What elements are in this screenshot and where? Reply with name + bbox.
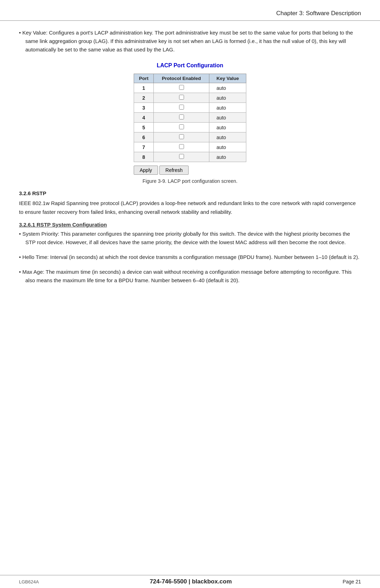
protocol-checkbox[interactable] [179, 134, 184, 139]
table-row: 3auto [134, 103, 246, 113]
table-row: 6auto [134, 132, 246, 142]
protocol-enabled-cell[interactable] [154, 152, 209, 162]
chapter-header: Chapter 3: Software Description [0, 0, 380, 21]
lacp-section: LACP Port Configuration Port Protocol En… [19, 62, 361, 184]
port-cell: 8 [134, 152, 154, 162]
port-cell: 5 [134, 123, 154, 132]
footer-center: 724-746-5500 | blackbox.com [150, 578, 232, 585]
figure-caption: Figure 3-9. LACP port configuration scre… [142, 178, 238, 184]
bullet-item: System Priority: This parameter configur… [19, 230, 361, 247]
table-row: 5auto [134, 123, 246, 132]
key-value-cell: auto [209, 83, 246, 93]
port-cell: 7 [134, 142, 154, 152]
protocol-checkbox[interactable] [179, 124, 184, 129]
bullet-item: Max Age: The maximum time (in seconds) a… [19, 268, 361, 285]
refresh-button[interactable]: Refresh [159, 166, 189, 175]
protocol-checkbox[interactable] [179, 95, 184, 100]
port-cell: 2 [134, 93, 154, 103]
footer-left: LGB624A [19, 579, 39, 584]
main-content: Key Value: Configures a port's LACP admi… [0, 29, 380, 575]
lacp-table: Port Protocol Enabled Key Value 1auto2au… [134, 74, 246, 162]
protocol-enabled-cell[interactable] [154, 93, 209, 103]
key-value-cell: auto [209, 142, 246, 152]
section-326-heading: 3.2.6 RSTP [19, 190, 361, 196]
table-row: 8auto [134, 152, 246, 162]
port-cell: 3 [134, 103, 154, 113]
protocol-checkbox[interactable] [179, 114, 184, 119]
section-3261-heading: 3.2.6.1 RSTP System Configuration [19, 222, 361, 228]
key-value-cell: auto [209, 113, 246, 123]
protocol-enabled-cell[interactable] [154, 142, 209, 152]
protocol-checkbox[interactable] [179, 85, 184, 90]
footer: LGB624A 724-746-5500 | blackbox.com Page… [0, 575, 380, 588]
key-value-cell: auto [209, 152, 246, 162]
port-cell: 6 [134, 132, 154, 142]
protocol-enabled-cell[interactable] [154, 123, 209, 132]
bullet-item: Hello Time: Interval (in seconds) at whi… [19, 253, 361, 261]
protocol-enabled-cell[interactable] [154, 132, 209, 142]
button-row: Apply Refresh [134, 166, 246, 175]
chapter-title: Chapter 3: Software Description [276, 10, 361, 17]
table-row: 2auto [134, 93, 246, 103]
table-row: 4auto [134, 113, 246, 123]
apply-button[interactable]: Apply [134, 166, 158, 175]
col-header-key: Key Value [209, 74, 246, 83]
intro-bullet: Key Value: Configures a port's LACP admi… [19, 29, 361, 54]
port-cell: 4 [134, 113, 154, 123]
protocol-checkbox[interactable] [179, 154, 184, 159]
bullets-3261: System Priority: This parameter configur… [19, 230, 361, 285]
key-value-cell: auto [209, 123, 246, 132]
footer-right: Page 21 [343, 579, 361, 584]
section-326-body: IEEE 802.1w Rapid Spanning tree protocol… [19, 199, 361, 217]
lacp-title: LACP Port Configuration [157, 62, 223, 69]
key-value-cell: auto [209, 103, 246, 113]
col-header-protocol: Protocol Enabled [154, 74, 209, 83]
protocol-enabled-cell[interactable] [154, 113, 209, 123]
protocol-enabled-cell[interactable] [154, 83, 209, 93]
key-value-cell: auto [209, 93, 246, 103]
key-value-cell: auto [209, 132, 246, 142]
port-cell: 1 [134, 83, 154, 93]
col-header-port: Port [134, 74, 154, 83]
table-row: 7auto [134, 142, 246, 152]
protocol-checkbox[interactable] [179, 105, 184, 110]
page: Chapter 3: Software Description Key Valu… [0, 0, 380, 588]
protocol-enabled-cell[interactable] [154, 103, 209, 113]
table-row: 1auto [134, 83, 246, 93]
protocol-checkbox[interactable] [179, 144, 184, 149]
